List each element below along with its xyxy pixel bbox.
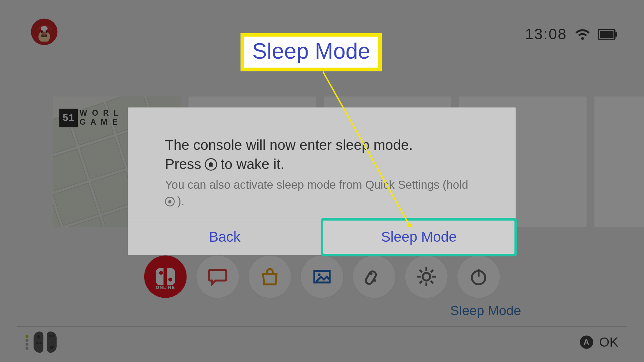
sleep-mode-button[interactable]: Sleep Mode <box>322 219 516 255</box>
dialog-button-row: Back Sleep Mode <box>128 219 516 255</box>
back-button[interactable]: Back <box>128 219 322 255</box>
sleep-mode-dialog: The console will now enter sleep mode. P… <box>128 107 516 255</box>
annotation-callout: Sleep Mode <box>240 33 381 71</box>
home-button-icon <box>205 158 217 171</box>
dialog-message-line2: Press to wake it. <box>165 155 479 174</box>
dialog-message-line1: The console will now enter sleep mode. <box>165 136 479 155</box>
dialog-hint: You can also activate sleep mode from Qu… <box>165 178 479 208</box>
home-button-icon <box>165 197 175 206</box>
